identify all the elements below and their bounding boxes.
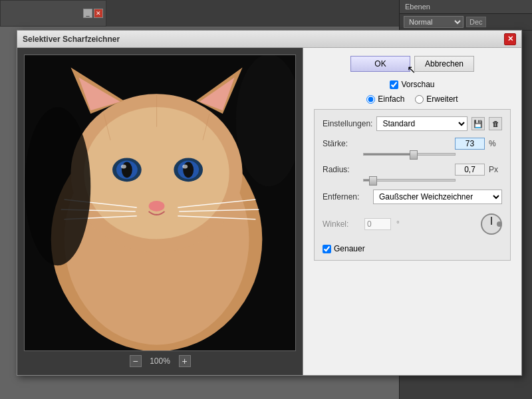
staerke-group: Stärke: % [323,138,502,157]
save-icon: 💾 [473,120,483,128]
close-btn[interactable]: ✕ [94,9,103,18]
dial-handle [497,221,502,227]
settings-row: Einstellungen: Standard 💾 🗑 [323,116,502,131]
preview-row: Vorschau [314,80,511,89]
button-row: OK ↖ Abbrechen [314,56,511,72]
einfach-radio[interactable] [366,95,375,104]
settings-label: Einstellungen: [323,119,372,128]
entfernen-label: Entfernen: [323,192,369,201]
zoom-out-button[interactable]: − [130,355,142,367]
staerke-slider-fill [364,154,414,155]
image-preview [24,55,296,351]
staerke-value-row: Stärke: % [323,138,502,150]
staerke-unit: % [489,139,502,148]
radius-label: Radius: [323,165,359,174]
dialog-body: − 100% + OK ↖ Abbrechen Vorschau [17,48,521,375]
layer-mode-select[interactable]: Normal [404,16,464,28]
svg-point-17 [149,201,165,211]
radius-input[interactable] [455,164,485,176]
genauer-label[interactable]: Genauer [334,244,365,253]
erweitert-option[interactable]: Erweitert [415,94,458,104]
selektiver-scharfzeichner-dialog: Selektiver Scharfzeichner ✕ [17,30,522,376]
settings-box: Einstellungen: Standard 💾 🗑 Stärke: [314,109,511,261]
small-window: _ ✕ [0,0,106,27]
layers-panel-title: Ebenen [400,0,532,14]
delete-icon: 🗑 [492,120,499,128]
staerke-input[interactable] [455,138,485,150]
dialog-title: Selektiver Scharfzeichner [23,35,120,44]
einfach-option[interactable]: Einfach [366,94,404,104]
svg-point-15 [183,162,194,178]
ok-button[interactable]: OK [350,56,410,72]
radius-slider-track[interactable] [363,179,456,182]
dec-button[interactable]: Dec [466,17,486,27]
preview-checkbox[interactable] [390,80,398,89]
zoom-in-button[interactable]: + [179,355,191,367]
staerke-label: Stärke: [323,139,359,148]
erweitert-radio[interactable] [415,95,424,104]
radius-value-row: Radius: Px [323,164,502,176]
save-preset-button[interactable]: 💾 [471,117,485,130]
svg-point-12 [121,164,126,168]
winkel-input[interactable] [364,218,391,230]
staerke-slider-track[interactable] [363,153,456,156]
layer-mode-row: Normal Dec [400,14,532,31]
svg-point-27 [25,107,90,265]
settings-select[interactable]: Standard [376,116,467,131]
cat-svg [25,55,295,350]
angle-dial-line [491,217,492,225]
image-panel: − 100% + [17,48,303,375]
dialog-titlebar: Selektiver Scharfzeichner ✕ [17,31,521,48]
cancel-button[interactable]: Abbrechen [414,56,474,72]
radius-slider-thumb[interactable] [369,176,377,186]
minimize-btn[interactable]: _ [83,9,92,18]
entfernen-select[interactable]: Gaußscher Weichzeichner Bewegungsunschär… [373,190,502,204]
zoom-level: 100% [147,356,174,366]
preview-label[interactable]: Vorschau [401,80,434,89]
svg-point-11 [122,162,132,178]
entfernen-row: Entfernen: Gaußscher Weichzeichner Beweg… [323,190,502,204]
cat-image [25,55,295,350]
genauer-checkbox[interactable] [323,245,331,253]
winkel-label: Winkel: [323,219,359,229]
image-toolbar: − 100% + [24,351,296,368]
genauer-row: Genauer [323,244,502,253]
svg-point-16 [182,164,188,168]
radius-group: Radius: Px [323,164,502,183]
radius-unit: Px [489,165,502,174]
staerke-slider-thumb[interactable] [410,150,418,160]
winkel-row: Winkel: ° [323,211,502,237]
dialog-close-button[interactable]: ✕ [504,33,516,45]
delete-preset-button[interactable]: 🗑 [489,117,502,130]
controls-panel: OK ↖ Abbrechen Vorschau Einfach [303,48,521,375]
angle-dial[interactable] [481,213,502,235]
winkel-unit: ° [396,219,400,229]
mode-row: Einfach Erweitert [314,94,511,104]
